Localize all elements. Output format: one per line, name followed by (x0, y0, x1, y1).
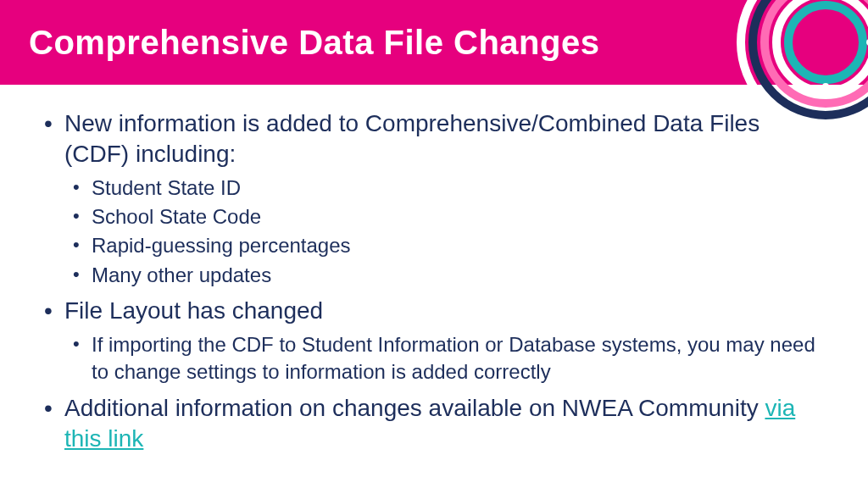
bullet-text: File Layout has changed (64, 297, 323, 324)
slide-title: Comprehensive Data File Changes (29, 24, 599, 62)
sub-bullet-item: Student State ID (64, 175, 827, 202)
sub-bullet-item: If importing the CDF to Student Informat… (64, 331, 827, 386)
bullet-item: Additional information on changes availa… (41, 393, 827, 454)
sub-bullet-item: School State Code (64, 203, 827, 230)
sub-bullet-item: Many other updates (64, 262, 827, 289)
svg-point-4 (788, 5, 863, 80)
slide-content: New information is added to Comprehensiv… (0, 85, 868, 453)
sub-bullet-list: If importing the CDF to Student Informat… (64, 331, 827, 386)
bullet-text: New information is added to Comprehensiv… (64, 110, 760, 167)
sub-bullet-list: Student State ID School State Code Rapid… (64, 175, 827, 290)
slide-header: Comprehensive Data File Changes (0, 0, 868, 85)
bullet-text: Additional information on changes availa… (64, 395, 765, 421)
bullet-item: New information is added to Comprehensiv… (41, 108, 827, 289)
bullet-list: New information is added to Comprehensiv… (41, 108, 827, 453)
bullet-item: File Layout has changed If importing the… (41, 296, 827, 386)
svg-point-6 (822, 83, 829, 90)
sub-bullet-item: Rapid-guessing percentages (64, 232, 827, 259)
